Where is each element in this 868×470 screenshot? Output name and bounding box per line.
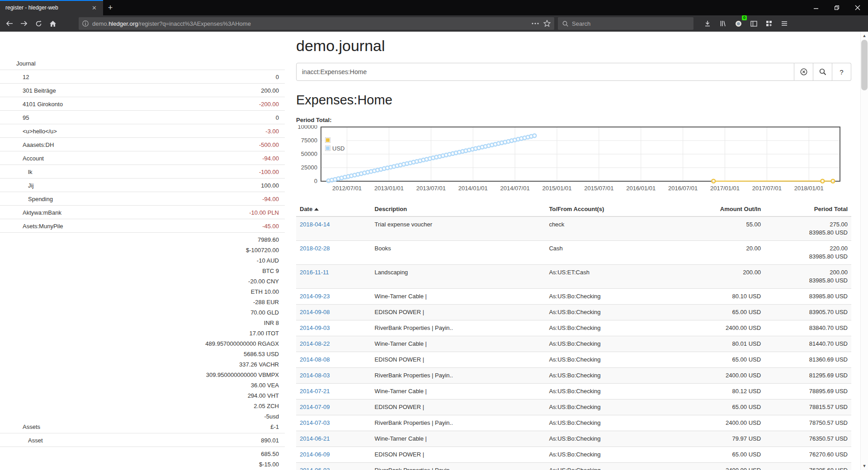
tab-close-icon[interactable]: ✕ <box>89 4 99 12</box>
scroll-up-arrow[interactable]: ▲ <box>861 32 868 39</box>
table-row: 2014-08-08EDISON POWER |As:US:Bo:Checkin… <box>296 352 851 368</box>
table-row: 2014-07-21Wine-Tarner Cable |As:US:Bo:Ch… <box>296 384 851 400</box>
transaction-date-link[interactable]: 2014-07-03 <box>300 419 330 426</box>
transaction-date-link[interactable]: 2014-07-09 <box>300 404 330 410</box>
transaction-date-link[interactable]: 2014-09-23 <box>300 293 330 300</box>
back-arrow-icon <box>5 20 14 27</box>
account-link[interactable]: lk <box>0 168 32 177</box>
transaction-date-link[interactable]: 2018-02-28 <box>300 245 330 252</box>
window-minimize-button[interactable] <box>806 0 826 15</box>
header-account[interactable]: To/From Account(s) <box>545 202 696 216</box>
scroll-down-arrow[interactable]: ▼ <box>861 462 868 470</box>
transaction-date-link[interactable]: 2016-11-11 <box>300 269 329 276</box>
account-link[interactable]: 95 <box>0 113 29 122</box>
account-link[interactable]: Asets:MunyPile <box>0 222 63 231</box>
svg-text:2018/01/01: 2018/01/01 <box>794 185 824 192</box>
account-link[interactable]: <u>hello</u> <box>0 127 57 136</box>
page-actions-icon[interactable] <box>532 23 539 24</box>
transaction-amount: 80.10 USD <box>696 289 764 305</box>
browser-search-field[interactable]: Search <box>558 17 693 30</box>
header-date[interactable]: Date <box>296 202 371 216</box>
table-row: 2014-09-03RiverBank Properties | Payin..… <box>296 320 851 336</box>
tab-title: register - hledger-web <box>5 5 89 11</box>
accounts-sidebar: Journal120301 Beiträge200.004101 Girokon… <box>0 58 285 470</box>
transaction-description: RiverBank Properties | Payin.. <box>371 320 546 336</box>
svg-text:2015/01/01: 2015/01/01 <box>542 185 571 192</box>
transaction-date-link[interactable]: 2018-04-14 <box>300 221 330 228</box>
forward-button[interactable] <box>17 17 31 30</box>
transaction-description: Wine-Tarner Cable | <box>371 384 546 400</box>
transaction-amount: 80.01 USD <box>696 336 764 352</box>
account-link[interactable]: 301 Beiträge <box>0 86 56 95</box>
search-submit-button[interactable] <box>813 63 832 81</box>
grid-plus-icon <box>766 20 772 27</box>
page-scrollbar[interactable]: ▲ ▼ <box>860 32 868 470</box>
downloads-button[interactable] <box>701 17 714 30</box>
account-link[interactable]: Spending <box>0 195 53 204</box>
table-row: 2014-06-21Wine-Tarner Cable |As:US:Bo:Ch… <box>296 431 851 447</box>
account-link[interactable]: Aktywa:mBank <box>0 208 61 217</box>
page-content: Journal120301 Beiträge200.004101 Girokon… <box>0 32 868 470</box>
transaction-date-link[interactable]: 2014-09-03 <box>300 324 330 331</box>
transaction-date-link[interactable]: 2014-06-21 <box>300 435 330 442</box>
transaction-amount: 65.00 USD <box>696 305 764 320</box>
transaction-account: As:US:Bo:Checking <box>545 384 696 400</box>
account-balance: 100.00 <box>261 180 279 190</box>
transaction-date-link[interactable]: 2014-06-09 <box>300 451 330 458</box>
new-tab-button[interactable]: + <box>103 0 118 15</box>
page-title: demo.journal <box>296 37 851 55</box>
transaction-date-link[interactable]: 2014-08-08 <box>300 356 330 363</box>
transaction-date-link[interactable]: 2014-08-03 <box>300 372 330 379</box>
extension-button[interactable]: 0 <box>731 17 745 30</box>
transaction-description: Wine-Tarner Cable | <box>371 431 546 447</box>
account-link[interactable]: 4101 Girokonto <box>0 100 63 109</box>
account-link[interactable]: Assets <box>0 423 40 432</box>
account-balance: -94.00 <box>262 153 279 163</box>
sidebar-account-row: Cash685.50$-15.00-10 AUD-30.00 USD <box>0 447 285 470</box>
account-link[interactable]: 12 <box>0 73 29 82</box>
transaction-date-link[interactable]: 2014-07-21 <box>300 388 330 395</box>
browser-tab[interactable]: register - hledger-web ✕ <box>0 0 103 15</box>
legend-swatch-icon <box>325 146 330 151</box>
bookmark-star-icon[interactable] <box>543 20 551 27</box>
transaction-description: Wine-Tarner Cable | <box>371 289 546 305</box>
library-button[interactable] <box>716 17 730 30</box>
header-amount[interactable]: Amount Out/In <box>696 202 764 216</box>
transaction-date-link[interactable]: 2014-09-08 <box>300 309 330 315</box>
chart-legend: USD <box>323 135 346 153</box>
header-description[interactable]: Description <box>371 202 546 216</box>
window-restore-button[interactable] <box>826 0 847 15</box>
table-row: 2014-08-22Wine-Tarner Cable |As:US:Bo:Ch… <box>296 336 851 352</box>
transaction-account: As:US:Bo:Checking <box>545 431 696 447</box>
query-form: ? <box>296 63 851 81</box>
home-button[interactable] <box>46 17 60 30</box>
query-input[interactable] <box>296 63 794 81</box>
scrollbar-thumb[interactable] <box>861 40 868 90</box>
svg-text:2017/01/01: 2017/01/01 <box>710 185 740 192</box>
transaction-period-total: 81440.70 USD <box>764 336 851 352</box>
clear-query-button[interactable] <box>794 63 813 81</box>
account-link[interactable]: Account <box>0 154 44 163</box>
transaction-period-total: 76350.57 USD <box>764 431 851 447</box>
transaction-amount: 79.97 USD <box>696 431 764 447</box>
app-menu-button[interactable] <box>778 17 791 30</box>
transaction-date-link[interactable]: 2014-08-22 <box>300 340 330 347</box>
account-link[interactable]: Jij <box>0 181 33 190</box>
svg-text:2012/07/01: 2012/07/01 <box>332 185 362 192</box>
account-link[interactable]: Aaasets:DH <box>0 141 54 150</box>
overflow-menu-button[interactable] <box>762 17 776 30</box>
back-button[interactable] <box>3 17 16 30</box>
reload-button[interactable] <box>32 17 45 30</box>
transaction-period-total: 83840.70 USD <box>764 320 851 336</box>
transaction-account: As:US:Bo:Checking <box>545 368 696 384</box>
help-button[interactable]: ? <box>832 63 851 81</box>
sidebar-account-row: Aktywa:mBank-10.00 PLN <box>0 206 285 219</box>
transaction-date-link[interactable]: 2014-06-03 <box>300 467 330 470</box>
account-link[interactable]: Asset <box>0 436 43 445</box>
header-period-total[interactable]: Period Total <box>764 202 851 216</box>
account-link[interactable]: Journal <box>0 59 36 68</box>
legend-swatch-icon <box>325 137 330 143</box>
sidebars-button[interactable] <box>747 17 760 30</box>
window-close-button[interactable] <box>847 0 868 15</box>
url-bar[interactable]: demo.hledger.org/register?q=inacct%3AExp… <box>79 17 554 30</box>
